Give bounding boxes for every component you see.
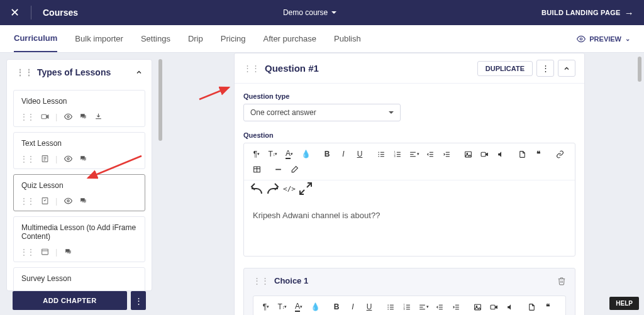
- svg-line-47: [300, 190, 304, 194]
- ordered-list-icon[interactable]: 123: [399, 300, 414, 314]
- insert-file-icon[interactable]: [524, 300, 539, 314]
- more-vertical-icon: ⋮: [135, 296, 143, 306]
- outdent-icon[interactable]: [432, 300, 447, 314]
- iframe-icon: [40, 248, 49, 257]
- lesson-card-multimedia[interactable]: Multimedia Lesson (to Add iFrame Content…: [13, 216, 145, 262]
- collapse-icon[interactable]: [135, 69, 143, 76]
- preview-button[interactable]: PREVIEW ⌄: [577, 35, 630, 43]
- insert-video-icon[interactable]: [486, 300, 501, 314]
- comments-icon: [79, 113, 87, 121]
- insert-file-icon[interactable]: [514, 147, 530, 161]
- underline-icon[interactable]: U: [362, 300, 377, 314]
- lesson-card-quiz[interactable]: Quiz Lesson ⋮⋮ |: [13, 174, 145, 211]
- quote-icon[interactable]: ❝: [531, 147, 546, 161]
- text-color-icon[interactable]: A ▾: [282, 147, 297, 161]
- undo-icon[interactable]: [249, 182, 264, 196]
- drag-handle-icon[interactable]: ⋮⋮: [20, 113, 34, 121]
- collapse-question-button[interactable]: [558, 60, 575, 77]
- unordered-list-icon[interactable]: [374, 147, 389, 161]
- chevron-up-icon: [563, 65, 570, 72]
- quote-icon[interactable]: ❝: [540, 300, 555, 314]
- table-icon[interactable]: [249, 162, 264, 176]
- redo-icon[interactable]: [265, 182, 280, 196]
- tab-curriculum[interactable]: Curriculum: [14, 25, 57, 52]
- content-scrollbar[interactable]: [638, 57, 641, 82]
- drag-handle-icon[interactable]: ⋮⋮: [16, 67, 33, 77]
- drag-handle-icon[interactable]: ⋮⋮: [20, 248, 34, 257]
- add-chapter-button[interactable]: ADD CHAPTER: [13, 291, 127, 310]
- lesson-card-text[interactable]: Text Lesson ⋮⋮ |: [13, 132, 145, 169]
- align-icon[interactable]: ▾: [406, 147, 421, 161]
- underline-icon[interactable]: U: [352, 147, 367, 161]
- font-size-icon[interactable]: T↕ ▾: [275, 300, 290, 314]
- insert-video-icon[interactable]: [477, 147, 492, 161]
- hr-icon[interactable]: [270, 162, 286, 176]
- drag-handle-icon[interactable]: ⋮⋮: [253, 276, 269, 285]
- choice-title: Choice 1: [274, 276, 308, 285]
- svg-rect-37: [465, 152, 471, 157]
- eye-icon: [577, 35, 586, 43]
- insert-image-icon[interactable]: [470, 300, 485, 314]
- eye-icon: [64, 113, 72, 121]
- tab-drip[interactable]: Drip: [188, 26, 203, 52]
- question-editor-label: Question: [243, 131, 575, 139]
- question-menu-button[interactable]: ⋮: [536, 60, 554, 77]
- drag-handle-icon[interactable]: ⋮⋮: [20, 155, 34, 163]
- lesson-card-survey[interactable]: Survey Lesson ⋮⋮ |: [13, 267, 145, 291]
- tab-settings[interactable]: Settings: [141, 26, 170, 52]
- text-icon: [40, 155, 49, 163]
- close-icon[interactable]: ✕: [10, 6, 31, 19]
- ordered-list-icon[interactable]: 123: [390, 147, 405, 161]
- link-icon[interactable]: [552, 147, 567, 161]
- course-selector[interactable]: Demo course: [283, 8, 336, 17]
- indent-icon[interactable]: [439, 147, 454, 161]
- insert-image-icon[interactable]: [460, 147, 475, 161]
- lesson-name: Quiz Lesson: [19, 181, 140, 190]
- tab-publish[interactable]: Publish: [334, 26, 361, 52]
- font-size-icon[interactable]: T↕ ▾: [265, 147, 280, 161]
- outdent-icon[interactable]: [423, 147, 438, 161]
- lesson-name: Survey Lesson: [19, 274, 140, 283]
- indent-icon[interactable]: [448, 300, 464, 314]
- help-button[interactable]: HELP: [609, 297, 639, 310]
- svg-rect-69: [474, 304, 480, 310]
- lesson-name: Video Lesson: [19, 97, 140, 106]
- question-type-select[interactable]: One correct answer: [243, 104, 401, 121]
- build-landing-button[interactable]: BUILD LANDING PAGE →: [541, 8, 634, 18]
- bold-icon[interactable]: B: [329, 300, 344, 314]
- lesson-card-video[interactable]: Video Lesson ⋮⋮ |: [13, 90, 145, 127]
- drag-handle-icon[interactable]: ⋮⋮: [243, 64, 260, 73]
- paragraph-format-icon[interactable]: ¶ ▾: [258, 300, 274, 314]
- tab-after-purchase[interactable]: After purchase: [264, 26, 317, 52]
- clear-format-icon[interactable]: 💧: [308, 300, 323, 314]
- bold-icon[interactable]: B: [319, 147, 335, 161]
- tab-pricing[interactable]: Pricing: [221, 26, 246, 52]
- add-chapter-more-button[interactable]: ⋮: [131, 291, 146, 310]
- text-color-icon[interactable]: A ▾: [291, 300, 306, 314]
- svg-point-3: [67, 116, 69, 118]
- svg-point-18: [378, 153, 379, 155]
- comments-icon: [64, 248, 72, 257]
- fullscreen-icon[interactable]: [298, 182, 313, 196]
- delete-choice-icon[interactable]: [557, 277, 566, 285]
- align-icon[interactable]: ▾: [416, 300, 431, 314]
- italic-icon[interactable]: I: [336, 147, 351, 161]
- page-title: Courses: [43, 8, 78, 18]
- italic-icon[interactable]: I: [345, 300, 360, 314]
- paragraph-format-icon[interactable]: ¶ ▾: [249, 147, 264, 161]
- insert-audio-icon[interactable]: [493, 147, 508, 161]
- svg-point-0: [580, 38, 583, 40]
- eye-icon: [64, 155, 72, 163]
- svg-point-16: [378, 152, 379, 153]
- eraser-icon[interactable]: [287, 162, 302, 176]
- tab-bulk-importer[interactable]: Bulk importer: [75, 26, 123, 52]
- clear-format-icon[interactable]: 💧: [298, 147, 313, 161]
- duplicate-button[interactable]: DUPLICATE: [477, 61, 533, 76]
- insert-audio-icon[interactable]: [502, 300, 518, 314]
- svg-point-10: [67, 200, 69, 202]
- svg-point-52: [387, 308, 389, 309]
- drag-handle-icon[interactable]: ⋮⋮: [20, 197, 34, 206]
- code-icon[interactable]: </>: [282, 182, 297, 196]
- question-editor[interactable]: Kripesh Adwani channel is about??: [244, 199, 575, 256]
- unordered-list-icon[interactable]: [383, 300, 398, 314]
